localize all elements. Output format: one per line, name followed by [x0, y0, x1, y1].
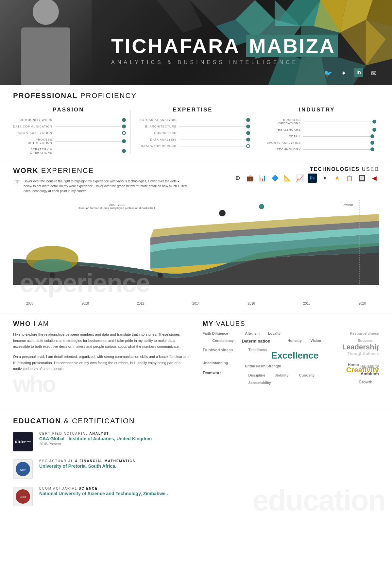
value-trustworthiness: Trustworthiness [203, 348, 233, 352]
tech-icon-photoshop[interactable]: Ps [308, 174, 317, 183]
svg-text:UoP: UoP [20, 468, 26, 471]
work-right: TECHNOLOGIES USED ⚙ 💼 📊 🔷 📐 📈 Ps ✦ A 📋 🔲… [196, 166, 379, 183]
skill-dot [370, 141, 374, 145]
who-col: WHO I AM I like to explore the relations… [13, 320, 190, 403]
caa-logo: caa global [13, 432, 33, 451]
skill-dot [122, 118, 126, 122]
skill-dot [246, 131, 250, 135]
timeline-dot-4[interactable] [259, 204, 264, 209]
tech-icon-tool[interactable]: 📐 [283, 174, 292, 183]
social-icons: 🐦 ✦ in ✉ [323, 68, 379, 78]
skill-dot [122, 139, 126, 143]
tech-icon-excel[interactable]: 📋 [345, 174, 354, 183]
value-ambition: Ambition [361, 371, 379, 376]
stream-chart: experience 2009 - 2013 Pursued further s… [13, 197, 379, 308]
tech-icon-chart[interactable]: 📊 [258, 174, 267, 183]
value-curiosity: Curiosity [299, 373, 315, 377]
skill-row: DATA COMMUNICATION [13, 125, 124, 128]
header-text: TICHAFARA MABIZA ANALYTICS & BUSINESS IN… [111, 34, 392, 65]
skill-row: COMMUNITY WORK [13, 118, 124, 122]
nust-content: BCOM ACTUARIAL SCIENCE National Universi… [39, 487, 379, 497]
skill-dot [122, 131, 126, 135]
uop-content: BSC ACTUARIAL & FINANCIAL MATHEMATICS Un… [39, 459, 379, 469]
proficiency-title: PROFESSIONAL PROFICIENCY [13, 92, 379, 100]
work-section: WORK EXPERIENCE ☞ Hover over the icons t… [0, 161, 392, 313]
skill-dot [122, 125, 126, 128]
skill-row: PROCESS OPTIMIZATION [13, 138, 124, 144]
work-title: WORK EXPERIENCE [13, 166, 94, 175]
caa-year: 2018-Present [39, 442, 379, 446]
skill-dot [122, 149, 126, 153]
year-2016: 2016 [248, 302, 255, 305]
tech-icon-briefcase[interactable]: 💼 [246, 174, 255, 183]
tech-icon-barchart[interactable]: 📈 [295, 174, 304, 183]
value-honor: Honor [348, 362, 359, 367]
year-2010: 2010 [81, 302, 89, 305]
year-2012: 2012 [137, 302, 144, 305]
nust-logo: NUST [13, 487, 33, 506]
twitter-icon[interactable]: 🐦 [323, 68, 333, 78]
tech-icon-star[interactable]: ✦ [320, 174, 329, 183]
skill-row: BI ARCHITECTURE [137, 125, 248, 128]
value-enthusiasm-strength: Enthusiasm Strength [245, 364, 281, 368]
tech-icon-play[interactable]: ◀ [370, 174, 379, 183]
header-background: TICHAFARA MABIZA ANALYTICS & BUSINESS IN… [92, 0, 392, 85]
value-honesty: Honesty [288, 339, 302, 343]
tech-icon-grid[interactable]: 🔲 [357, 174, 366, 183]
value-discipline: Discipline [248, 373, 265, 377]
proficiency-grid: PASSION COMMUNITY WORK DATA COMMUNICATIO… [13, 107, 379, 158]
values-col: MY VALUES Faith Diligence Altruism Loyal… [203, 320, 379, 403]
email-icon[interactable]: ✉ [368, 68, 379, 78]
skill-row: CONSULTING [137, 131, 248, 135]
value-understanding: Understanding [203, 361, 228, 365]
value-faith-diligence: Faith Diligence [203, 331, 228, 335]
uop-type: BSC ACTUARIAL & FINANCIAL MATHEMATICS [39, 459, 379, 463]
value-accountability: Accountability [248, 381, 271, 385]
value-excellence: Excellence [271, 350, 319, 361]
skill-row: RETAIL [262, 135, 372, 138]
caa-type: CERTIFIED ACTUARIAL ANALYST [39, 432, 379, 435]
timeline-dot-1[interactable] [50, 273, 55, 278]
header-subtitle: ANALYTICS & BUSINESS INTELLIGENCE [111, 59, 392, 65]
social-icon-2[interactable]: ✦ [338, 68, 349, 78]
timeline-dot-2[interactable] [158, 273, 163, 278]
year-2020: 2020 [359, 302, 366, 305]
work-description: Hover over the icons to the right to hig… [24, 179, 189, 193]
timeline-dot-3[interactable] [219, 210, 226, 216]
expertise-col: EXPERTISE ACTUARIAL ANALYSIS BI ARCHITEC… [131, 107, 255, 158]
skill-row: TECHNOLOGY [262, 148, 372, 151]
edu-item-nust: NUST BCOM ACTUARIAL SCIENCE National Uni… [13, 487, 379, 506]
values-title: MY VALUES [203, 320, 379, 328]
tech-icons: ⚙ 💼 📊 🔷 📐 📈 Ps ✦ A 📋 🔲 ◀ [196, 174, 379, 183]
nust-institution: National University of Science and Techn… [39, 491, 379, 496]
edu-item-caa: caa global CERTIFIED ACTUARIAL ANALYST C… [13, 432, 379, 451]
education-section: EDUCATION & CERTIFICATION caa global CER… [0, 410, 392, 521]
passion-title: PASSION [13, 107, 124, 113]
skill-row: DATA ANALYSIS [137, 138, 248, 141]
profile-photo [0, 0, 92, 85]
passion-col: PASSION COMMUNITY WORK DATA COMMUNICATIO… [13, 107, 130, 158]
value-thoughtfulness: Thoughtfulness [347, 351, 379, 356]
edu-item-uop: UoP BSC ACTUARIAL & FINANCIAL MATHEMATIC… [13, 459, 379, 479]
skill-dot [372, 128, 376, 132]
expertise-title: EXPERTISE [137, 107, 248, 113]
nust-type: BCOM ACTUARIAL SCIENCE [39, 487, 379, 490]
tech-icon-amazon[interactable]: A [332, 174, 342, 183]
value-consistency: Consistency [213, 339, 234, 343]
value-reliability: Reliability [360, 364, 379, 369]
skill-row: DATA WAREHOUSING [137, 144, 248, 148]
header: TICHAFARA MABIZA ANALYTICS & BUSINESS IN… [0, 0, 392, 85]
industry-col: INDUSTRY BUSINESS OPERATIONS HEALTHCARE … [255, 107, 379, 158]
pointer-icon: ☞ [13, 177, 20, 187]
value-loyalty: Loyalty [268, 331, 281, 335]
year-2008: 2008 [26, 302, 33, 305]
linkedin-icon[interactable]: in [354, 68, 363, 77]
tech-icon-diamond[interactable]: 🔷 [270, 174, 280, 183]
year-2014: 2014 [192, 302, 199, 305]
tech-icon-settings[interactable]: ⚙ [233, 174, 242, 183]
skill-row: BUSINESS OPERATIONS [262, 118, 372, 125]
stream-chart-svg [13, 197, 379, 285]
value-teamwork: Teamwork [203, 371, 222, 375]
caa-institution: CAA Global - Institute of Actuaries, Uni… [39, 436, 379, 441]
who-title: WHO I AM [13, 320, 190, 328]
